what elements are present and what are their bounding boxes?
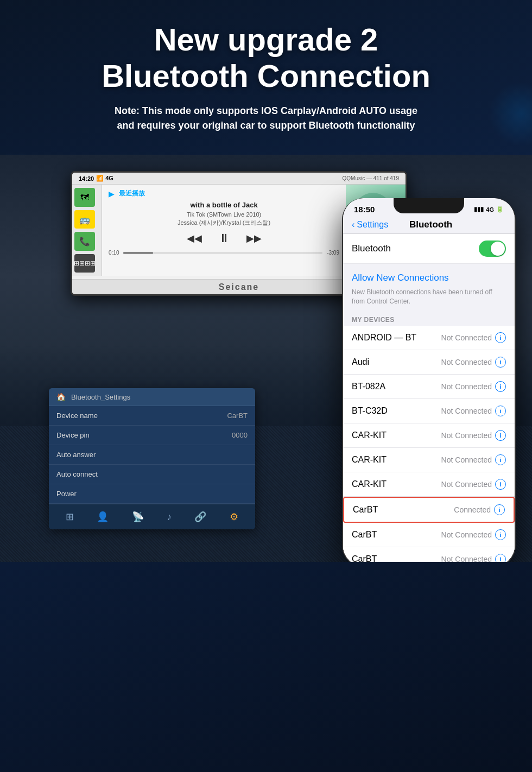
progress-area: 0:10 -3:09 [109,250,339,256]
device-row-carbt-connected[interactable]: CarBT Connected i [343,497,515,523]
back-button[interactable]: ‹ Settings [352,220,388,230]
music-main: ▶ 最近播放 with a bottle of Jack Tik Tok (SM… [102,185,346,276]
toggle-knob [491,242,505,256]
bt-settings-header: 🏠 Bluetooth_Settings [49,388,255,406]
music-controls: ◀◀ ⏸ ▶▶ [109,231,339,245]
bluetooth-toggle-switch[interactable] [479,241,506,257]
device-name-carkit1: CAR-KIT [352,431,387,440]
prev-button[interactable]: ◀◀ [187,232,202,244]
device-row-bt082a[interactable]: BT-082A Not Connected i [343,375,515,399]
screen-time: 14:20 [79,175,94,182]
not-connected-label: Not Connected [441,333,492,342]
music-label: 最近播放 [119,189,145,198]
device-row-carkit3[interactable]: CAR-KIT Not Connected i [343,472,515,497]
contact-footer-icon[interactable]: 👤 [97,511,109,523]
info-icon-audi[interactable]: i [495,357,506,368]
info-icon-android-bt[interactable]: i [495,332,506,343]
power-label: Power [56,490,77,498]
pause-button[interactable]: ⏸ [218,231,230,245]
device-name-label: Device name [56,412,98,420]
device-name-audi: Audi [352,357,369,367]
qqmusic-label: QQMusic — 411 of 419 [343,175,400,181]
allow-connections-label[interactable]: Allow New Connections [343,264,515,286]
progress-remaining: -3:09 [327,250,339,256]
maps-icon[interactable]: 🗺 [74,188,95,207]
next-button[interactable]: ▶▶ [246,232,262,244]
device-name-bt082a: BT-082A [352,382,385,391]
device-row-carkit1[interactable]: CAR-KIT Not Connected i [343,423,515,448]
music-title-line1: with a bottle of Jack [109,200,339,210]
gear-footer-icon[interactable]: ⚙ [230,511,238,523]
bluetooth-page-title: Bluetooth [409,219,452,230]
connections-note: New Bluetooth connections have been turn… [343,286,515,313]
screen-brand: Seicane [219,282,259,292]
music-top-row: ▶ 最近播放 [109,189,339,198]
auto-answer-label: Auto answer [56,451,96,459]
progress-bar[interactable] [123,252,322,254]
transit-icon[interactable]: 🚌 [74,210,95,229]
device-name-btc32d: BT-C32D [352,406,388,416]
bt-device-list: ANDROID — BT Not Connected i Audi [343,326,515,562]
device-row-carkit2[interactable]: CAR-KIT Not Connected i [343,448,515,472]
phone-notch [394,198,464,213]
my-devices-header: MY DEVICES [343,313,515,326]
device-status-carbt2: Not Connected i [441,529,506,540]
title-line1: New upgrade 2 [154,22,378,57]
device-row-android-bt[interactable]: ANDROID — BT Not Connected i [343,326,515,350]
not-connected-label-bt082a: Not Connected [441,382,492,391]
progress-current: 0:10 [109,250,119,256]
auto-connect-label: Auto connect [56,470,98,478]
screen-signal: 📶 4G [96,175,113,182]
car-dashboard: 14:20 📶 4G QQMusic — 411 of 419 🗺 🚌 📞 ⊞⊞… [0,155,532,562]
phone-wrapper: 18:50 ▮▮▮ 4G 🔋 ‹ Settings Bluet [342,198,516,562]
info-icon-carbt3[interactable]: i [495,554,506,562]
device-name-carbt3: CarBT [352,554,377,562]
device-name-android-bt: ANDROID — BT [352,333,416,343]
link-footer-icon[interactable]: 🔗 [194,511,206,523]
screen-status-left: 14:20 📶 4G [79,175,113,182]
signal-bars-icon: ▮▮▮ [474,206,484,213]
device-status-carkit3: Not Connected i [441,479,506,490]
phone-status-icons: ▮▮▮ 4G 🔋 [474,206,504,213]
home-icon: 🏠 [56,393,66,401]
not-connected-label-btc32d: Not Connected [441,407,492,415]
music-footer-icon[interactable]: ♪ [167,511,172,523]
header-note: Note: This mode only supports IOS Carpla… [33,104,499,133]
device-status-bt082a: Not Connected i [441,381,506,392]
device-row-carbt3[interactable]: CarBT Not Connected i [343,547,515,562]
grid-footer-icon[interactable]: ⊞ [66,511,74,523]
phone-time: 18:50 [354,205,375,214]
device-row-audi[interactable]: Audi Not Connected i [343,350,515,375]
info-icon-carkit3[interactable]: i [495,479,506,490]
music-sidebar: 🗺 🚌 📞 ⊞⊞⊞⊞ [72,185,102,276]
grid-icon[interactable]: ⊞⊞⊞⊞ [74,254,95,273]
connected-label: Connected [454,505,491,514]
power-row[interactable]: Power [49,484,255,504]
device-pin-label: Device pin [56,431,90,439]
device-name-carbt2: CarBT [352,530,377,540]
auto-connect-row[interactable]: Auto connect [49,465,255,484]
battery-icon: 🔋 [496,206,504,213]
header: New upgrade 2 Bluetooth Connection Note:… [0,0,532,144]
info-icon-carbt-connected[interactable]: i [494,504,505,515]
info-icon-bt082a[interactable]: i [495,381,506,392]
device-name-carkit3: CAR-KIT [352,479,387,489]
phone-icon[interactable]: 📞 [74,232,95,251]
info-icon-carkit1[interactable]: i [495,430,506,441]
bluetooth-footer-icon[interactable]: 📡 [132,511,144,523]
device-row-carbt2[interactable]: CarBT Not Connected i [343,523,515,547]
title-line2: Bluetooth Connection [102,58,430,93]
music-title-line3: Jessica (제시카)/Krystal (크리스탈) [109,219,339,227]
bt-settings-title: Bluetooth_Settings [71,393,130,401]
device-status-btc32d: Not Connected i [441,406,506,416]
screen-top-bar: 14:20 📶 4G QQMusic — 411 of 419 [72,173,406,185]
info-icon-carkit2[interactable]: i [495,454,506,465]
device-row-btc32d[interactable]: BT-C32D Not Connected i [343,399,515,423]
device-status-carkit2: Not Connected i [441,454,506,465]
auto-answer-row[interactable]: Auto answer [49,445,255,465]
bt-list-container: Bluetooth Allow New Connections New Blue… [343,234,515,562]
info-icon-btc32d[interactable]: i [495,406,506,416]
phone-nav-bar: ‹ Settings Bluetooth [343,216,515,234]
info-icon-carbt2[interactable]: i [495,529,506,540]
bluetooth-toggle-row: Bluetooth [343,234,515,264]
